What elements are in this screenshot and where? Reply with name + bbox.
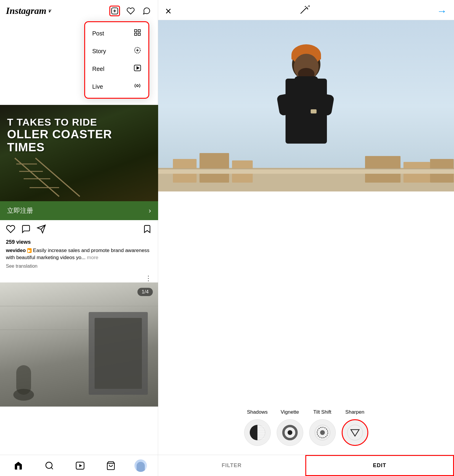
views-count: 259 views (0, 239, 158, 247)
svg-line-35 (307, 9, 308, 9)
svg-point-27 (46, 462, 52, 468)
post-icon (134, 29, 141, 38)
bookmark-icon (142, 224, 152, 234)
like-button[interactable] (6, 224, 15, 235)
tool-vignette[interactable]: Vignette (277, 409, 303, 446)
bottom-tabs: FILTER EDIT (158, 455, 454, 476)
header-icons (109, 6, 152, 16)
register-text: 立即注册 (7, 206, 33, 215)
share-button[interactable] (37, 224, 46, 235)
bottom-nav (0, 455, 158, 476)
shop-icon (106, 461, 116, 470)
svg-rect-3 (134, 30, 137, 32)
svg-rect-6 (138, 33, 140, 35)
svg-rect-53 (311, 109, 317, 113)
caption-more[interactable]: more (87, 255, 98, 260)
messenger-button[interactable] (141, 6, 152, 16)
close-button[interactable]: × (165, 6, 171, 17)
sharpen-label: Sharpen (345, 409, 364, 415)
tilt-shift-label: Tilt Shift (313, 409, 331, 415)
video-text: T TAKES TO RIDE OLLER COASTER TIMES (7, 117, 112, 154)
svg-point-63 (288, 430, 292, 435)
story-label: Story (92, 48, 106, 55)
vignette-label: Vignette (280, 409, 299, 415)
dropdown-reel[interactable]: Reel (85, 60, 148, 78)
register-bar[interactable]: 立即注册 › (0, 201, 158, 220)
svg-line-28 (51, 467, 53, 469)
story-icon (134, 46, 141, 56)
svg-line-14 (35, 158, 80, 196)
post-actions (0, 220, 158, 239)
tool-tilt-shift[interactable]: Tilt Shift (309, 409, 336, 446)
left-panel: Instagram ∨ (0, 0, 158, 476)
sharpen-icon (346, 424, 364, 441)
svg-rect-51 (276, 92, 297, 116)
instagram-logo: Instagram ∨ (6, 5, 51, 16)
svg-line-32 (301, 8, 306, 14)
wand-button[interactable]: + (299, 5, 309, 17)
edit-tab[interactable]: EDIT (305, 455, 454, 476)
right-spacer (158, 191, 454, 397)
person-svg (265, 38, 348, 174)
svg-rect-4 (138, 30, 140, 32)
nav-profile[interactable] (134, 459, 147, 472)
shadows-label: Shadows (247, 409, 268, 415)
reel-icon (134, 64, 141, 74)
dropdown-story[interactable]: Story (85, 42, 148, 60)
post-counter: 1/4 (137, 288, 153, 296)
nav-shop[interactable] (103, 458, 118, 473)
plus-square-icon (111, 7, 119, 15)
messenger-icon (142, 7, 151, 15)
right-panel: × + → (158, 0, 454, 476)
bookmark-button[interactable] (142, 224, 152, 235)
dropdown-live[interactable]: Live (85, 78, 148, 95)
create-button[interactable] (109, 6, 120, 16)
live-label: Live (92, 83, 103, 90)
create-dropdown: Post Story Reel (84, 21, 149, 99)
tools-section: Shadows Vignette (158, 397, 454, 455)
shadows-circle[interactable] (244, 419, 271, 446)
register-arrow: › (149, 207, 151, 215)
nav-home[interactable] (11, 458, 26, 473)
right-header: × + → (158, 0, 454, 20)
svg-rect-26 (16, 365, 31, 395)
magic-wand-icon (299, 5, 309, 15)
svg-point-67 (347, 425, 363, 440)
caption-emoji: ▶ (27, 248, 32, 253)
svg-point-66 (320, 430, 325, 435)
more-options-button[interactable]: ⋮ (0, 272, 158, 282)
caption-username[interactable]: wevideo (6, 248, 26, 253)
vignette-circle[interactable] (277, 419, 303, 446)
share-icon (37, 224, 46, 234)
see-translation[interactable]: See translation (0, 264, 158, 272)
reels-icon (75, 461, 85, 470)
feed-post-2: 1/4 (0, 282, 158, 407)
svg-rect-5 (134, 33, 137, 35)
next-button[interactable]: → (437, 5, 447, 17)
svg-line-34 (305, 6, 306, 7)
heart-button[interactable] (125, 6, 136, 16)
filter-tab[interactable]: FILTER (158, 455, 305, 476)
heart-icon (6, 224, 15, 234)
nav-reels[interactable] (73, 458, 87, 473)
ceiling-svg (0, 282, 158, 407)
shadows-icon (249, 424, 266, 441)
tilt-shift-circle[interactable] (309, 419, 336, 446)
vignette-icon (281, 424, 299, 441)
right-header-left: × (165, 6, 171, 17)
sharpen-circle[interactable] (342, 419, 368, 446)
search-icon (45, 461, 54, 470)
feed-post-1: T TAKES TO RIDE OLLER COASTER TIMES 立即注册… (0, 105, 158, 220)
tilt-shift-icon (314, 424, 331, 441)
post-label: Post (92, 30, 104, 37)
tool-shadows[interactable]: Shadows (244, 409, 271, 446)
nav-search[interactable] (42, 458, 57, 473)
reel-label: Reel (92, 66, 104, 72)
chevron-down-icon[interactable]: ∨ (48, 8, 51, 14)
comment-button[interactable] (21, 224, 31, 235)
live-icon (134, 82, 141, 91)
left-header: Instagram ∨ (0, 0, 158, 19)
dropdown-post[interactable]: Post (85, 25, 148, 42)
tool-sharpen[interactable]: Sharpen (342, 409, 368, 446)
photo-container (158, 20, 454, 191)
